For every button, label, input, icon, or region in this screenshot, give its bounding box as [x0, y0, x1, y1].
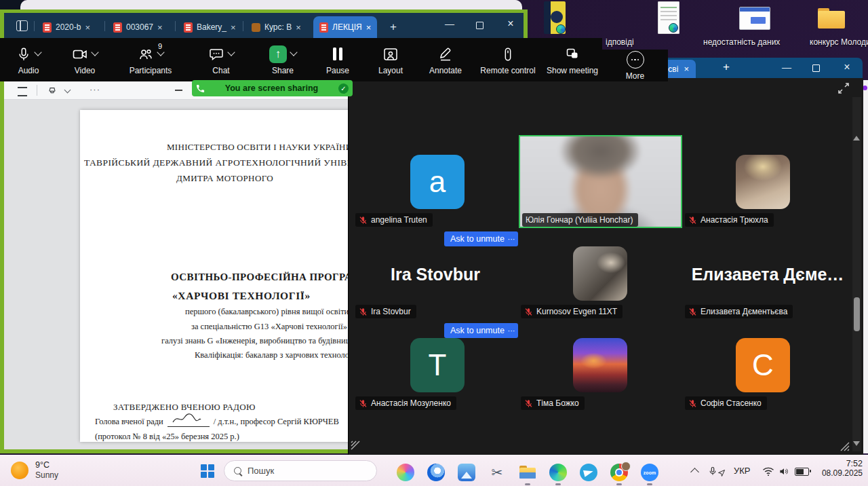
participant-name-pill: angelina Truten — [355, 213, 433, 227]
window-maximize-button[interactable] — [476, 22, 484, 29]
browser-tab-4[interactable]: Курс: B × — [245, 16, 307, 38]
taskbar-edge-icon[interactable] — [549, 464, 567, 481]
audio-chevron-icon[interactable] — [34, 48, 41, 56]
window-close-button[interactable]: × — [837, 61, 857, 73]
running-indicator — [525, 483, 530, 485]
toolbar-more-button[interactable]: More — [611, 50, 660, 81]
window-minimize-button[interactable]: — — [439, 18, 460, 29]
zoom-toolbar-more-section: More — [602, 50, 668, 81]
chrome-blue — [616, 470, 622, 475]
browser-tab-2[interactable]: 003067 × — [107, 16, 169, 38]
tray-location-icon[interactable] — [717, 469, 726, 477]
shield-check-icon[interactable]: ✓ — [338, 83, 349, 94]
start-button[interactable] — [201, 464, 214, 478]
phone-icon — [196, 84, 205, 93]
wifi-icon[interactable] — [762, 466, 774, 476]
scissors-icon: ✂ — [492, 465, 503, 480]
microphone-icon — [16, 46, 31, 62]
weather-temp: 9°C — [35, 460, 50, 470]
tray-clock[interactable]: 7:52 08.09.2025 — [822, 459, 863, 478]
chat-chevron-icon[interactable] — [227, 48, 235, 56]
tab-close-icon[interactable]: × — [231, 23, 236, 32]
pen-chevron-icon[interactable] — [64, 87, 71, 94]
desktop-icon-book[interactable] — [544, 1, 566, 34]
pdf-minimize-icon[interactable] — [175, 90, 182, 91]
participant-avatar-mozulenko[interactable]: T — [410, 338, 465, 392]
tab-label: Курс: B — [264, 22, 292, 32]
toolbar-share-button[interactable]: ↑ Share — [254, 38, 312, 81]
doc-named-after: ДМИТРА МОТОРНОГО — [176, 173, 273, 184]
toolbar-pause-button[interactable]: Pause — [312, 38, 363, 81]
doc-level: першого (бакалаврського) рівня вищої осв… — [185, 307, 349, 317]
taskbar-snipping-tool-icon[interactable]: ✂ — [488, 464, 506, 481]
tray-mic-icon[interactable] — [708, 466, 717, 476]
scroll-down-icon[interactable] — [853, 441, 860, 446]
toolbar-chat-button[interactable]: Chat — [189, 38, 254, 81]
highlighter-icon[interactable] — [47, 85, 57, 94]
participant-avatar-kurnosov[interactable] — [573, 246, 627, 301]
toolbar-participants-button[interactable]: 9 Participants — [113, 38, 189, 81]
new-tab-button[interactable]: + — [723, 60, 730, 74]
tray-date: 08.09.2025 — [822, 468, 863, 478]
participant-avatar-bozhko[interactable] — [573, 338, 627, 392]
scrollbar-thumb[interactable] — [854, 297, 860, 331]
toolbar-annotate-button[interactable]: Annotate — [418, 38, 473, 81]
tab-search-icon[interactable] — [16, 20, 28, 31]
camera-icon — [72, 46, 88, 62]
scroll-up-icon[interactable] — [853, 136, 860, 141]
taskbar-photos-icon[interactable] — [458, 464, 475, 481]
pdf-more-icon[interactable]: ··· — [90, 84, 100, 94]
resize-handle-left[interactable] — [350, 440, 361, 451]
taskbar-chrome-icon[interactable] — [610, 464, 628, 481]
toc-icon[interactable] — [18, 87, 27, 96]
ask-to-unmute-button[interactable]: Ask to unmute — [444, 231, 511, 246]
tab-close-icon[interactable]: × — [366, 23, 372, 32]
toolbar-audio-button[interactable]: Audio — [0, 38, 57, 81]
tab-close-icon[interactable]: × — [296, 23, 301, 32]
participant-name-pill: Елизавета Дєментьєва — [685, 305, 793, 318]
taskbar-copilot-icon[interactable] — [397, 464, 414, 481]
search-box[interactable]: Пошук — [224, 460, 377, 481]
participant-more-button[interactable]: ··· — [505, 231, 518, 246]
participant-avatar-angelina[interactable]: a — [410, 155, 465, 209]
browser-tab-3[interactable]: Bakery_ × — [178, 16, 242, 38]
participant-avatar-triukhla[interactable] — [736, 155, 790, 209]
participant-bigname-yelyzaveta[interactable]: Елизавета Дєме… — [682, 265, 853, 284]
toolbar-video-button[interactable]: Video — [57, 38, 113, 81]
window-close-button[interactable]: × — [500, 18, 521, 30]
taskbar-telegram-icon[interactable] — [580, 464, 597, 481]
volume-icon[interactable] — [778, 466, 789, 476]
participant-more-button[interactable]: ··· — [505, 323, 518, 338]
tab-close-icon[interactable]: × — [157, 23, 163, 32]
tab-close-icon[interactable]: × — [684, 64, 689, 73]
browser-tab-1[interactable]: 2020-b × — [37, 16, 96, 38]
desktop-icon-folder[interactable] — [818, 8, 845, 29]
share-chevron-icon[interactable] — [290, 48, 297, 56]
tray-overflow-icon[interactable] — [690, 468, 699, 476]
resize-handle-right[interactable] — [840, 441, 850, 452]
participant-avatar-stasenko[interactable]: C — [736, 338, 790, 392]
weather-widget[interactable]: 9°C Sunny — [0, 455, 108, 486]
tab-close-icon[interactable]: × — [85, 23, 90, 32]
expand-icon[interactable] — [837, 81, 850, 95]
new-tab-button[interactable]: + — [384, 16, 403, 38]
taskbar-zoom-icon[interactable]: zoom — [641, 464, 658, 481]
pause-icon — [333, 48, 342, 60]
tray-language[interactable]: УКР — [734, 466, 751, 476]
toolbar-show-meeting-button[interactable]: Show meeting — [542, 38, 602, 81]
toolbar-layout-button[interactable]: Layout — [363, 38, 418, 81]
window-maximize-button[interactable] — [812, 64, 820, 72]
battery-icon[interactable] — [795, 468, 809, 476]
participant-bigname-ira[interactable]: Ira Stovbur — [352, 265, 519, 284]
window-minimize-button[interactable]: — — [776, 62, 797, 73]
zoom-logo-text: zoom — [644, 470, 656, 475]
taskbar-file-explorer-icon[interactable] — [519, 464, 536, 481]
browser-tab-5-active[interactable]: ЛЕКЦІЯ × — [313, 16, 377, 38]
video-chevron-icon[interactable] — [91, 48, 98, 56]
desktop-icon-screenshot[interactable] — [739, 7, 770, 30]
desktop-icon-document[interactable] — [658, 1, 679, 34]
gallery-scrollbar[interactable] — [852, 97, 861, 451]
taskbar-app-icon[interactable] — [427, 464, 445, 481]
ask-to-unmute-button[interactable]: Ask to unmute — [444, 323, 511, 338]
toolbar-remote-control-button[interactable]: Remote control — [473, 38, 542, 81]
